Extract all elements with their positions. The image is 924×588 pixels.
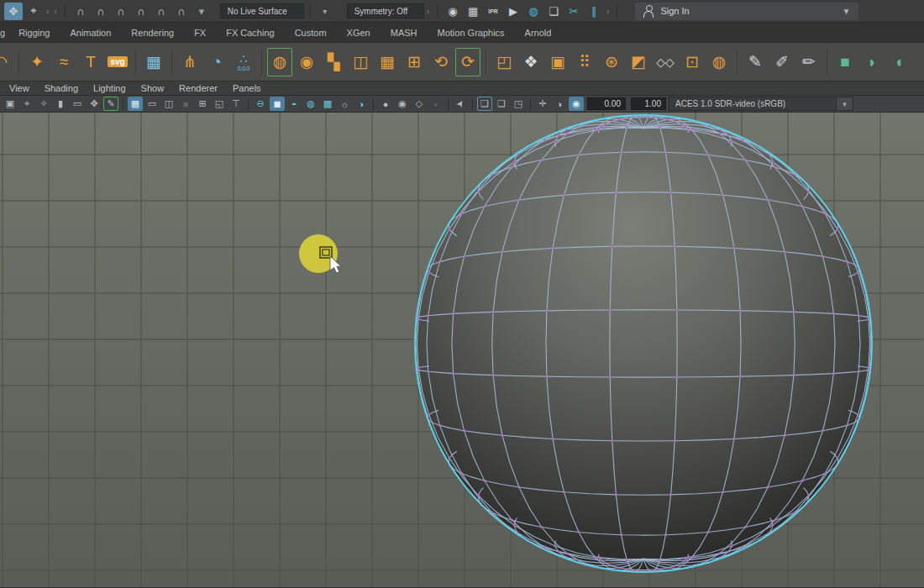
safe-action-icon[interactable]: ◱ [212, 97, 227, 111]
tab-xgen[interactable]: XGen [337, 23, 381, 42]
rotate-square-icon[interactable]: ⟲ [428, 48, 454, 76]
snap-to-view-plane-icon[interactable]: ∩ [152, 3, 171, 20]
poly-sphere-shelf-icon[interactable]: ◍ [267, 48, 292, 76]
image-plane-icon[interactable]: ▭ [70, 97, 85, 111]
lit-sphere-icon[interactable]: ◓ [286, 97, 302, 111]
shaded-mode-icon[interactable]: ◼ [270, 97, 285, 111]
pause-viewport-icon[interactable]: ∥ [585, 3, 603, 20]
snap-to-projected-center-icon[interactable]: ∩ [132, 3, 150, 20]
diagonal-square-icon[interactable]: ◩ [626, 48, 651, 76]
text-tool-icon[interactable]: T [78, 48, 103, 76]
resolution-gate-icon[interactable]: ◫ [161, 97, 176, 111]
tab-rendering[interactable]: Rendering [121, 23, 184, 42]
sign-in-button[interactable]: Sign In ▼ [634, 2, 859, 21]
tab-g[interactable]: g [0, 23, 8, 42]
panel-menu-shading[interactable]: Shading [37, 83, 86, 93]
open-render-view-icon[interactable]: ◉ [444, 3, 462, 20]
grease-pencil-icon[interactable]: ✎ [103, 97, 118, 111]
isolate-selected-view-icon[interactable]: ❏ [494, 97, 509, 111]
panel-menu-show[interactable]: Show [134, 83, 172, 93]
curve-fill-shape2-icon[interactable]: ◖ [886, 48, 911, 76]
rotate-grid-icon[interactable]: ⟳ [455, 48, 480, 76]
grid-toggle-icon[interactable]: ▦ [128, 97, 143, 111]
grid-add-icon[interactable]: ⊞ [402, 48, 427, 76]
snap-to-point-icon[interactable]: ∩ [112, 3, 130, 20]
cube-cluster-icon[interactable]: ⠿ [572, 48, 597, 76]
panel-menu-lighting[interactable]: Lighting [86, 83, 134, 93]
wire-cube-icon[interactable]: ▣ [545, 48, 570, 76]
snap-to-grid-icon[interactable]: ∩ [71, 3, 90, 20]
spiral-curve-icon[interactable]: ≈ [51, 48, 76, 76]
tweak-select-tool-icon[interactable]: ✥ [4, 3, 23, 20]
smooth-sphere-icon[interactable]: ◉ [294, 48, 319, 76]
gate-mask-icon[interactable]: ■ [178, 97, 193, 111]
display-render-settings-icon[interactable]: ❏ [544, 3, 563, 20]
field-chart-icon[interactable]: ⊞ [195, 97, 210, 111]
plane-stack-icon[interactable]: ◇◇ [653, 48, 678, 76]
gamma-field[interactable]: 1.00 [631, 97, 666, 110]
panel-menu-panels[interactable]: Panels [225, 83, 269, 93]
panel-menu-view[interactable]: View [2, 83, 37, 93]
colorspace-dropdown[interactable]: ACES 1.0 SDR-video (sRGB) [669, 97, 837, 111]
diamond-stack-icon[interactable]: ❖ [518, 48, 543, 76]
reset-time-icon[interactable]: ◔ [204, 48, 229, 76]
curve-tool-icon[interactable]: ◠ [0, 48, 13, 76]
xray-icon[interactable]: ◇ [412, 97, 427, 111]
live-surface-field[interactable]: No Live Surface [220, 3, 304, 18]
isolate-select-icon[interactable]: ❏ [477, 97, 492, 111]
marquee-select-tool-icon[interactable]: ⌖ [24, 3, 43, 20]
tab-animation[interactable]: Animation [60, 23, 121, 42]
lock-camera-icon[interactable]: ⌖ [19, 97, 34, 111]
toolbar-collapse-icon[interactable]: › [606, 7, 609, 16]
wireframe-mode-icon[interactable]: ⊖ [253, 97, 268, 111]
quad-draw-icon[interactable]: ✏ [796, 48, 822, 76]
bookmark-icon[interactable]: ▮ [53, 97, 68, 111]
ipr-render-icon[interactable]: IPR [484, 3, 502, 20]
exposure-field[interactable]: 0.00 [587, 97, 626, 110]
render-settings-icon[interactable]: ◍ [524, 3, 543, 20]
curve-fill-square-icon[interactable]: ■ [832, 48, 858, 76]
tab-arnold[interactable]: Arnold [515, 23, 562, 42]
bounding-box-icon[interactable]: ⊡ [680, 48, 705, 76]
knife-tool-icon[interactable]: ✎ [743, 48, 768, 76]
film-gate-icon[interactable]: ▭ [144, 97, 160, 111]
toolbar-collapse-icon[interactable]: › [427, 7, 429, 16]
shadows-icon[interactable]: ◑ [354, 97, 369, 111]
gamma-icon[interactable]: ◑ [552, 97, 567, 111]
exposure-icon[interactable]: ✛ [535, 97, 550, 111]
svg-tool-icon[interactable]: svg [105, 48, 130, 76]
tab-motion-graphics[interactable]: Motion Graphics [428, 23, 515, 42]
pan-zoom-icon[interactable]: ✥ [87, 97, 102, 111]
multi-cubes-icon[interactable]: ▦ [375, 48, 400, 76]
view-transform-icon[interactable]: ◉ [569, 97, 584, 111]
snap-options-caret-icon[interactable]: ▾ [192, 3, 211, 20]
panel-menu-renderer[interactable]: Renderer [171, 83, 225, 93]
viewport-canvas[interactable] [0, 113, 924, 587]
polygon-sphere-object[interactable] [415, 115, 872, 572]
launch-render-setup-icon[interactable]: ✂ [564, 3, 583, 20]
curve-fill-shape1-icon[interactable]: ◗ [859, 48, 885, 76]
tab-mash[interactable]: MASH [381, 23, 428, 42]
inactive-box-icon[interactable]: ▪ [428, 97, 444, 111]
use-all-lights-icon[interactable]: ☼ [337, 97, 352, 111]
render-current-frame-icon[interactable]: ▦ [464, 3, 482, 20]
colorspace-caret-icon[interactable]: ▾ [837, 97, 853, 111]
symmetry-field[interactable]: Symmetry: Off [347, 3, 424, 18]
safe-title-icon[interactable]: ⊤ [228, 97, 244, 111]
tab-fx[interactable]: FX [184, 23, 216, 42]
wheel-icon[interactable]: ⊛ [599, 48, 624, 76]
tab-fx-caching[interactable]: FX Caching [216, 23, 284, 42]
split-cubes-icon[interactable]: ◫ [348, 48, 373, 76]
paint-sphere-icon[interactable]: ◉ [395, 97, 410, 111]
quad-squares-icon[interactable]: ▚ [321, 48, 346, 76]
multicut-tool-icon[interactable]: ✐ [769, 48, 795, 76]
select-cursor-icon[interactable]: ➤ [450, 93, 470, 113]
render-sequence-icon[interactable]: ▶ [504, 3, 522, 20]
zoom-region-icon[interactable]: ◳ [511, 97, 526, 111]
viewport-camera-icon[interactable]: ▣ [3, 97, 18, 111]
default-material-icon[interactable]: ● [378, 97, 393, 111]
type-editor-icon[interactable]: ▦ [141, 48, 166, 76]
tab-rigging[interactable]: Rigging [8, 23, 60, 42]
star-primitive-icon[interactable]: ✦ [24, 48, 50, 76]
move-to-origin-icon[interactable]: ∴0,0,0 [231, 48, 256, 76]
